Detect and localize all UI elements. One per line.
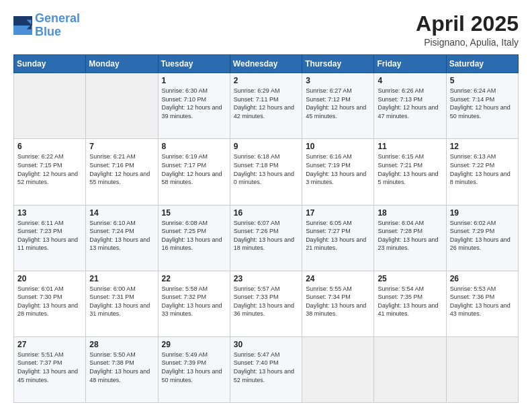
calendar-header-row: SundayMondayTuesdayWednesdayThursdayFrid… — [14, 55, 519, 73]
cell-info: Sunrise: 6:01 AM Sunset: 7:30 PM Dayligh… — [17, 285, 82, 318]
calendar-cell: 29Sunrise: 5:49 AM Sunset: 7:39 PM Dayli… — [158, 336, 230, 402]
calendar-week-3: 13Sunrise: 6:11 AM Sunset: 7:23 PM Dayli… — [14, 205, 519, 271]
day-number: 23 — [234, 274, 298, 283]
day-number: 2 — [234, 76, 298, 85]
day-number: 1 — [162, 76, 226, 85]
calendar-cell — [14, 73, 86, 139]
cell-info: Sunrise: 5:58 AM Sunset: 7:32 PM Dayligh… — [162, 285, 226, 318]
day-number: 30 — [234, 340, 298, 349]
cell-info: Sunrise: 6:13 AM Sunset: 7:22 PM Dayligh… — [450, 152, 515, 186]
cell-info: Sunrise: 6:15 AM Sunset: 7:21 PM Dayligh… — [378, 152, 442, 186]
calendar-cell: 20Sunrise: 6:01 AM Sunset: 7:30 PM Dayli… — [14, 271, 86, 336]
calendar-cell: 23Sunrise: 5:57 AM Sunset: 7:33 PM Dayli… — [230, 271, 302, 336]
cell-info: Sunrise: 5:55 AM Sunset: 7:34 PM Dayligh… — [306, 285, 370, 318]
title-block: April 2025 Pisignano, Apulia, Italy — [416, 12, 519, 48]
cell-info: Sunrise: 5:53 AM Sunset: 7:36 PM Dayligh… — [450, 285, 515, 318]
calendar-cell: 27Sunrise: 5:51 AM Sunset: 7:37 PM Dayli… — [14, 336, 86, 402]
logo-icon — [13, 16, 32, 35]
calendar-week-1: 1Sunrise: 6:30 AM Sunset: 7:10 PM Daylig… — [14, 73, 519, 139]
calendar-cell: 28Sunrise: 5:50 AM Sunset: 7:38 PM Dayli… — [86, 336, 158, 402]
calendar-table: SundayMondayTuesdayWednesdayThursdayFrid… — [13, 54, 519, 403]
cell-info: Sunrise: 5:54 AM Sunset: 7:35 PM Dayligh… — [378, 285, 442, 318]
cell-info: Sunrise: 6:19 AM Sunset: 7:17 PM Dayligh… — [162, 152, 226, 186]
day-number: 12 — [450, 142, 515, 151]
day-number: 28 — [89, 340, 154, 349]
cell-info: Sunrise: 6:26 AM Sunset: 7:13 PM Dayligh… — [378, 87, 442, 120]
day-number: 9 — [234, 142, 298, 151]
day-number: 11 — [378, 142, 442, 151]
day-number: 19 — [450, 208, 515, 218]
day-number: 26 — [450, 274, 515, 283]
logo-blue: Blue — [35, 25, 61, 38]
cell-info: Sunrise: 5:47 AM Sunset: 7:40 PM Dayligh… — [234, 351, 298, 384]
calendar-cell: 26Sunrise: 5:53 AM Sunset: 7:36 PM Dayli… — [446, 271, 518, 336]
cell-info: Sunrise: 6:30 AM Sunset: 7:10 PM Dayligh… — [162, 87, 226, 120]
day-number: 18 — [378, 208, 442, 218]
location: Pisignano, Apulia, Italy — [416, 37, 519, 48]
calendar-week-4: 20Sunrise: 6:01 AM Sunset: 7:30 PM Dayli… — [14, 271, 519, 336]
cell-info: Sunrise: 6:04 AM Sunset: 7:28 PM Dayligh… — [378, 219, 442, 253]
logo-general: General — [35, 11, 80, 25]
calendar-cell: 11Sunrise: 6:15 AM Sunset: 7:21 PM Dayli… — [374, 139, 446, 205]
day-header-tuesday: Tuesday — [158, 55, 230, 73]
cell-info: Sunrise: 5:49 AM Sunset: 7:39 PM Dayligh… — [162, 351, 226, 384]
calendar-cell: 12Sunrise: 6:13 AM Sunset: 7:22 PM Dayli… — [446, 139, 518, 205]
calendar-cell: 18Sunrise: 6:04 AM Sunset: 7:28 PM Dayli… — [374, 205, 446, 271]
calendar-cell: 14Sunrise: 6:10 AM Sunset: 7:24 PM Dayli… — [86, 205, 158, 271]
day-number: 20 — [17, 274, 82, 283]
day-number: 3 — [306, 76, 370, 85]
calendar-cell: 25Sunrise: 5:54 AM Sunset: 7:35 PM Dayli… — [374, 271, 446, 336]
cell-info: Sunrise: 6:08 AM Sunset: 7:25 PM Dayligh… — [162, 219, 226, 253]
day-number: 14 — [89, 208, 154, 218]
logo-text: General Blue — [35, 12, 80, 39]
day-number: 6 — [17, 142, 82, 151]
cell-info: Sunrise: 6:29 AM Sunset: 7:11 PM Dayligh… — [234, 87, 298, 120]
calendar-cell: 19Sunrise: 6:02 AM Sunset: 7:29 PM Dayli… — [446, 205, 518, 271]
calendar-cell — [446, 336, 518, 402]
calendar-cell: 30Sunrise: 5:47 AM Sunset: 7:40 PM Dayli… — [230, 336, 302, 402]
cell-info: Sunrise: 6:07 AM Sunset: 7:26 PM Dayligh… — [234, 219, 298, 253]
calendar-cell: 22Sunrise: 5:58 AM Sunset: 7:32 PM Dayli… — [158, 271, 230, 336]
day-number: 13 — [17, 208, 82, 218]
day-number: 5 — [450, 76, 515, 85]
cell-info: Sunrise: 6:05 AM Sunset: 7:27 PM Dayligh… — [306, 219, 370, 253]
day-header-monday: Monday — [86, 55, 158, 73]
cell-info: Sunrise: 6:22 AM Sunset: 7:15 PM Dayligh… — [17, 152, 82, 186]
calendar-cell: 2Sunrise: 6:29 AM Sunset: 7:11 PM Daylig… — [230, 73, 302, 139]
month-title: April 2025 — [416, 12, 519, 36]
calendar-cell: 7Sunrise: 6:21 AM Sunset: 7:16 PM Daylig… — [86, 139, 158, 205]
calendar-cell — [374, 336, 446, 402]
calendar-cell: 6Sunrise: 6:22 AM Sunset: 7:15 PM Daylig… — [14, 139, 86, 205]
logo: General Blue — [13, 12, 80, 39]
calendar-cell: 21Sunrise: 6:00 AM Sunset: 7:31 PM Dayli… — [86, 271, 158, 336]
day-header-saturday: Saturday — [446, 55, 518, 73]
cell-info: Sunrise: 6:10 AM Sunset: 7:24 PM Dayligh… — [89, 219, 154, 253]
cell-info: Sunrise: 6:11 AM Sunset: 7:23 PM Dayligh… — [17, 219, 82, 253]
calendar-cell: 8Sunrise: 6:19 AM Sunset: 7:17 PM Daylig… — [158, 139, 230, 205]
page: General Blue April 2025 Pisignano, Apuli… — [0, 0, 532, 411]
day-number: 24 — [306, 274, 370, 283]
calendar-cell: 5Sunrise: 6:24 AM Sunset: 7:14 PM Daylig… — [446, 73, 518, 139]
cell-info: Sunrise: 5:51 AM Sunset: 7:37 PM Dayligh… — [17, 351, 82, 384]
day-number: 22 — [162, 274, 226, 283]
calendar-cell: 15Sunrise: 6:08 AM Sunset: 7:25 PM Dayli… — [158, 205, 230, 271]
calendar-cell — [86, 73, 158, 139]
day-number: 15 — [162, 208, 226, 218]
day-header-wednesday: Wednesday — [230, 55, 302, 73]
day-number: 16 — [234, 208, 298, 218]
day-number: 10 — [306, 142, 370, 151]
day-header-friday: Friday — [374, 55, 446, 73]
cell-info: Sunrise: 6:21 AM Sunset: 7:16 PM Dayligh… — [89, 152, 154, 186]
calendar-cell: 24Sunrise: 5:55 AM Sunset: 7:34 PM Dayli… — [302, 271, 374, 336]
calendar-cell: 16Sunrise: 6:07 AM Sunset: 7:26 PM Dayli… — [230, 205, 302, 271]
day-number: 4 — [378, 76, 442, 85]
day-number: 7 — [89, 142, 154, 151]
calendar-cell — [302, 336, 374, 402]
cell-info: Sunrise: 6:16 AM Sunset: 7:19 PM Dayligh… — [306, 152, 370, 186]
calendar-cell: 10Sunrise: 6:16 AM Sunset: 7:19 PM Dayli… — [302, 139, 374, 205]
day-header-thursday: Thursday — [302, 55, 374, 73]
calendar-cell: 13Sunrise: 6:11 AM Sunset: 7:23 PM Dayli… — [14, 205, 86, 271]
cell-info: Sunrise: 6:00 AM Sunset: 7:31 PM Dayligh… — [89, 285, 154, 318]
day-header-sunday: Sunday — [14, 55, 86, 73]
cell-info: Sunrise: 6:02 AM Sunset: 7:29 PM Dayligh… — [450, 219, 515, 253]
